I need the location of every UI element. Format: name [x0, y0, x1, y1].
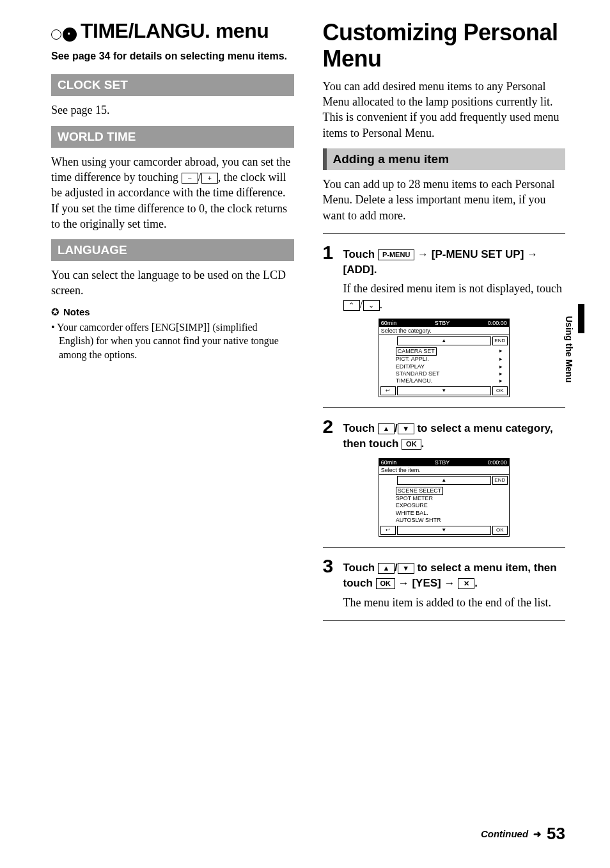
step1-follow-a: If the desired menu item is not displaye… [343, 282, 562, 295]
step-number: 1 [323, 243, 338, 262]
ok-button[interactable]: OK [492, 386, 508, 395]
intro-text: See page 34 for details on selecting men… [51, 49, 294, 63]
note-item: Your camcorder offers [ENG[SIMP]] (simpl… [51, 320, 294, 362]
down-button[interactable]: ▼ [397, 386, 491, 395]
back-button[interactable]: ↩ [380, 386, 396, 395]
step-2-text: Touch ▲/▼ to select a menu category, the… [343, 417, 566, 452]
notes-list: Your camcorder offers [ENG[SIMP]] (simpl… [51, 320, 294, 362]
down-key-icon: ▼ [398, 563, 414, 574]
ok-key-icon: OK [376, 578, 396, 589]
chevron-right-icon: ▸ [499, 377, 503, 384]
divider [323, 407, 566, 408]
status-label: STBY [435, 459, 450, 466]
close-key-icon: ✕ [458, 578, 474, 589]
step2-pre: Touch [343, 422, 378, 434]
down-button[interactable]: ▼ [397, 526, 491, 535]
status-label: STBY [435, 320, 450, 326]
step3-pre: Touch [343, 562, 378, 574]
side-tab-label: Using the Menu [561, 307, 577, 391]
list-item[interactable]: TIME/LANGU.▸ [396, 377, 506, 384]
step3-end: . [474, 577, 478, 589]
up-button[interactable]: ▲ [397, 476, 491, 485]
ok-key-icon: OK [402, 439, 421, 450]
clock-icon [51, 29, 61, 40]
continued-label: Continued [481, 828, 528, 839]
list-item[interactable]: EXPOSURE [396, 502, 506, 509]
heading-time-langu: TIME/LANGU. menu [51, 19, 294, 43]
divider [323, 547, 566, 548]
up-key-icon: ▲ [378, 563, 395, 574]
minus-key-icon: − [182, 173, 198, 184]
clock-globe-icon [51, 28, 77, 42]
step1-pre: Touch [343, 248, 378, 260]
world-time-body-1: When using your camcorder abroad, you ca… [51, 154, 294, 232]
time-label: 0:00:00 [488, 459, 507, 466]
up-key-icon: ▲ [378, 423, 395, 434]
step2-end: . [421, 438, 425, 450]
customizing-intro: You can add desired menu items to any Pe… [323, 79, 566, 141]
step-number: 3 [323, 556, 338, 576]
battery-label: 60min [381, 459, 397, 466]
list-item[interactable]: SPOT METER [396, 495, 506, 502]
screen-list: SCENE SELECT SPOT METER EXPOSURE WHITE B… [380, 486, 508, 525]
globe-icon [63, 28, 77, 42]
plus-key-icon: + [201, 173, 218, 184]
list-item[interactable]: CAMERA SET▸ [396, 347, 506, 356]
left-column: TIME/LANGU. menu See page 34 for details… [51, 19, 294, 630]
chevron-right-icon: ▸ [499, 356, 503, 363]
chevron-right-icon: ▸ [499, 347, 503, 356]
divider [323, 620, 566, 621]
section-adding-item: Adding a menu item [323, 148, 566, 170]
arrow-right-icon: ➜ [533, 828, 542, 840]
lcd-screen-2: 60min STBY 0:00:00 Select the item. ▲ EN… [379, 458, 510, 537]
step-3: 3 Touch ▲/▼ to select a menu item, then … [323, 556, 566, 591]
screen-status-bar: 60min STBY 0:00:00 [379, 319, 509, 327]
ok-button[interactable]: OK [492, 526, 508, 535]
section-world-time: WORLD TIME [51, 126, 294, 148]
step-1-text: Touch P-MENU → [P-MENU SET UP] → [ADD]. [343, 243, 566, 278]
step1-follow-b: . [380, 298, 383, 311]
section-language: LANGUAGE [51, 239, 294, 261]
heading-customizing: Customizing Personal Menu [323, 19, 566, 72]
time-label: 0:00:00 [488, 320, 507, 326]
list-item[interactable]: PICT. APPLI.▸ [396, 356, 506, 363]
screen-list: CAMERA SET▸ PICT. APPLI.▸ EDIT/PLAY▸ STA… [380, 347, 508, 385]
list-item[interactable]: EDIT/PLAY▸ [396, 363, 506, 370]
page-footer: Continued ➜ 53 [481, 824, 565, 844]
step3-mid2: → [YES] → [395, 577, 458, 589]
up-button[interactable]: ▲ [397, 336, 491, 345]
world-time-text-2: If you set the time difference to 0, the… [51, 202, 287, 230]
list-item[interactable]: WHITE BAL. [396, 510, 506, 517]
title-text: TIME/LANGU. menu [81, 19, 269, 42]
step-1: 1 Touch P-MENU → [P-MENU SET UP] → [ADD]… [323, 243, 566, 278]
back-button[interactable]: ↩ [380, 526, 396, 535]
end-button[interactable]: END [492, 476, 508, 485]
step-2: 2 Touch ▲/▼ to select a menu category, t… [323, 417, 566, 452]
notes-heading: Notes [51, 306, 294, 318]
divider [323, 233, 566, 234]
step-3-text: Touch ▲/▼ to select a menu item, then to… [343, 556, 566, 591]
list-item[interactable]: SCENE SELECT [396, 487, 506, 495]
screen-title: Select the category. [379, 327, 509, 335]
section-clock-set: CLOCK SET [51, 74, 294, 96]
clock-set-body: See page 15. [51, 102, 294, 118]
chevron-right-icon: ▸ [499, 370, 503, 377]
page-number: 53 [547, 824, 565, 844]
side-tab-marker [578, 304, 584, 333]
page-down-key-icon: ⌄ [363, 300, 380, 311]
language-body: You can select the language to be used o… [51, 267, 294, 299]
screen-status-bar: 60min STBY 0:00:00 [379, 459, 509, 466]
pmenu-key-icon: P-MENU [378, 249, 414, 260]
chevron-right-icon: ▸ [499, 363, 503, 370]
step-1-follow: If the desired menu item is not displaye… [343, 281, 566, 312]
list-item[interactable]: STANDARD SET▸ [396, 370, 506, 377]
list-item[interactable]: AUTOSLW SHTR [396, 517, 506, 524]
right-column: Customizing Personal Menu You can add de… [323, 19, 566, 630]
end-button[interactable]: END [492, 336, 508, 345]
page-up-key-icon: ⌃ [343, 300, 360, 311]
screen-title: Select the item. [379, 466, 509, 475]
adding-intro: You can add up to 28 menu items to each … [323, 177, 566, 223]
battery-label: 60min [381, 320, 397, 326]
lcd-screen-1: 60min STBY 0:00:00 Select the category. … [379, 319, 510, 397]
step-number: 2 [323, 417, 338, 436]
